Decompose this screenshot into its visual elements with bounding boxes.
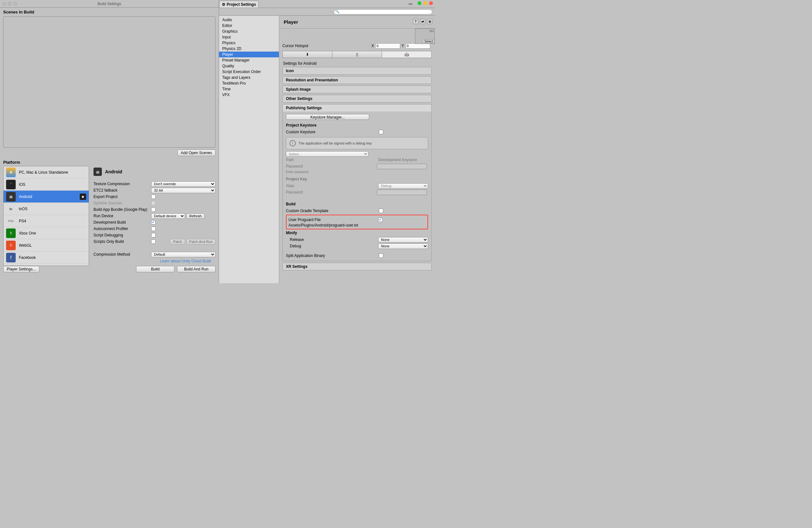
download-icon: ⬇ xyxy=(306,52,309,57)
build-section-label: Build xyxy=(286,202,428,206)
fold-other[interactable]: Other Settings xyxy=(282,95,432,102)
platform-xboxone[interactable]: X Xbox One xyxy=(3,227,89,239)
settings-category-list[interactable]: Audio Editor Graphics Input Physics Phys… xyxy=(219,16,279,283)
fold-splash[interactable]: Splash Image xyxy=(282,86,432,93)
platform-pc[interactable]: 🖥 PC, Mac & Linux Standalone xyxy=(3,166,89,179)
cursor-texture-thumb[interactable]: 2D/ Select xyxy=(415,29,435,44)
dev-build-checkbox[interactable] xyxy=(151,220,156,225)
build-bottom-bar: Player Settings... Build Build And Run xyxy=(0,266,219,275)
cat-vfx[interactable]: VFX xyxy=(219,92,279,98)
build-button[interactable]: Build xyxy=(136,266,174,272)
help-icon[interactable]: ? xyxy=(413,19,418,24)
scenes-list[interactable] xyxy=(3,16,216,148)
settings-menu-icon[interactable]: ⚙ xyxy=(427,19,432,24)
debug-key-info: ! The application will be signed with a … xyxy=(286,137,428,149)
key-password-input xyxy=(377,190,427,195)
x-label: X xyxy=(372,44,374,48)
project-settings-tab-label: Project Settings xyxy=(227,2,256,7)
export-project-checkbox[interactable] xyxy=(151,195,156,199)
build-and-run-button[interactable]: Build And Run xyxy=(177,266,216,272)
publishing-body: Keystore Manager... Project Keystore Cus… xyxy=(282,112,432,261)
ios-icon: 📱 xyxy=(6,180,16,189)
release-minify-select[interactable]: None xyxy=(378,237,428,243)
add-open-scenes-button[interactable]: Add Open Scenes xyxy=(177,149,216,156)
project-settings-window: ⚙ Project Settings ▪≡ 🔍 Audio Editor Gra… xyxy=(219,0,435,283)
cat-audio[interactable]: Audio xyxy=(219,17,279,23)
cat-editor[interactable]: Editor xyxy=(219,23,279,29)
path-value: Development Keystore xyxy=(378,158,428,162)
player-scroll[interactable]: 2D/ Select Cursor Hotspot X Y ⬇ ▯ 🤖 Sett… xyxy=(279,29,435,283)
tab-menu-icon[interactable]: ▪≡ xyxy=(409,2,412,6)
minify-label: Minify xyxy=(286,231,428,235)
preset-icon[interactable]: ⇄ xyxy=(420,19,425,24)
etc2-fallback-select[interactable]: 32-bit xyxy=(151,188,216,193)
scenes-in-build-label: Scenes In Build xyxy=(0,8,219,16)
gear-icon: ⚙ xyxy=(222,2,226,7)
project-settings-tab[interactable]: ⚙ Project Settings xyxy=(219,1,259,8)
cursor-y-input[interactable] xyxy=(405,43,430,49)
dev-build-label: Development Build xyxy=(93,220,151,225)
platform-tvos[interactable]: tv tvOS xyxy=(3,203,89,215)
user-proguard-checkbox[interactable] xyxy=(378,217,382,222)
cat-physics2d[interactable]: Physics 2D xyxy=(219,46,279,52)
ptab-android[interactable]: 🤖 xyxy=(382,51,432,58)
ptab-ios[interactable]: ▯ xyxy=(332,51,382,58)
platform-facebook[interactable]: f Facebook xyxy=(3,252,89,264)
custom-keystore-checkbox[interactable] xyxy=(379,130,383,134)
close-dot[interactable] xyxy=(429,1,433,5)
cat-quality[interactable]: Quality xyxy=(219,63,279,69)
platform-ios[interactable]: 📱 iOS xyxy=(3,179,89,191)
build-settings-window: Build Settings Scenes In Build Add Open … xyxy=(0,0,219,283)
scripts-only-checkbox[interactable] xyxy=(151,239,156,244)
cursor-hotspot-label: Cursor Hotspot xyxy=(282,44,372,48)
texture-compression-select[interactable]: Don't override xyxy=(151,181,216,187)
debug-minify-select[interactable]: None xyxy=(378,243,428,249)
android-icon: 🤖 xyxy=(404,52,409,57)
thumb-select-button[interactable]: Select xyxy=(423,39,435,44)
alias-label: Alias xyxy=(286,184,378,188)
fold-xr[interactable]: XR Settings xyxy=(282,263,432,270)
cat-tags[interactable]: Tags and Layers xyxy=(219,75,279,81)
run-device-label: Run Device xyxy=(93,214,151,218)
keystore-select: Select... xyxy=(286,151,368,157)
keystore-manager-button[interactable]: Keystore Manager... xyxy=(286,114,369,120)
ptab-standalone[interactable]: ⬇ xyxy=(282,51,332,58)
cat-graphics[interactable]: Graphics xyxy=(219,29,279,34)
texture-compression-label: Texture Compression xyxy=(93,182,151,186)
player-settings-button[interactable]: Player Settings... xyxy=(3,266,39,272)
refresh-button[interactable]: Refresh xyxy=(186,213,205,219)
compression-select[interactable]: Default xyxy=(151,252,216,257)
custom-gradle-checkbox[interactable] xyxy=(379,209,383,213)
export-project-label: Export Project xyxy=(93,195,151,199)
search-input[interactable] xyxy=(334,9,432,14)
aab-checkbox[interactable] xyxy=(151,207,156,212)
script-debug-checkbox[interactable] xyxy=(151,233,156,238)
platform-list[interactable]: 🖥 PC, Mac & Linux Standalone 📱 iOS 🤖 And… xyxy=(3,166,89,266)
fold-icon[interactable]: Icon xyxy=(282,67,432,75)
fold-resolution[interactable]: Resolution and Presentation xyxy=(282,76,432,84)
password-hint: Enter password. xyxy=(286,170,428,174)
cat-input[interactable]: Input xyxy=(219,34,279,40)
password2-label: Password xyxy=(286,190,376,195)
cat-physics[interactable]: Physics xyxy=(219,40,279,46)
platform-label: Platform xyxy=(0,157,219,166)
cat-preset[interactable]: Preset Manager xyxy=(219,57,279,63)
cloud-build-link[interactable]: Learn about Unity Cloud Build xyxy=(93,258,216,265)
autoconnect-checkbox[interactable] xyxy=(151,227,156,231)
platform-label-text: iOS xyxy=(19,182,25,187)
zoom-dot[interactable] xyxy=(418,1,421,5)
fold-publishing[interactable]: Publishing Settings xyxy=(282,104,432,112)
webgl-icon: 5 xyxy=(6,241,16,250)
platform-android[interactable]: 🤖 Android ◆ xyxy=(3,191,89,203)
cat-script-exec[interactable]: Script Execution Order xyxy=(219,69,279,75)
minimize-dot[interactable] xyxy=(423,1,427,5)
platform-ps4[interactable]: PS4 PS4 xyxy=(3,215,89,227)
cat-tmp[interactable]: TextMesh Pro xyxy=(219,81,279,86)
ps4-icon: PS4 xyxy=(6,216,16,226)
platform-webgl[interactable]: 5 WebGL xyxy=(3,239,89,252)
cursor-x-input[interactable] xyxy=(375,43,400,49)
split-binary-checkbox[interactable] xyxy=(379,254,383,258)
cat-time[interactable]: Time xyxy=(219,86,279,92)
cat-player[interactable]: Player xyxy=(219,52,279,57)
run-device-select[interactable]: Default device xyxy=(151,213,185,219)
